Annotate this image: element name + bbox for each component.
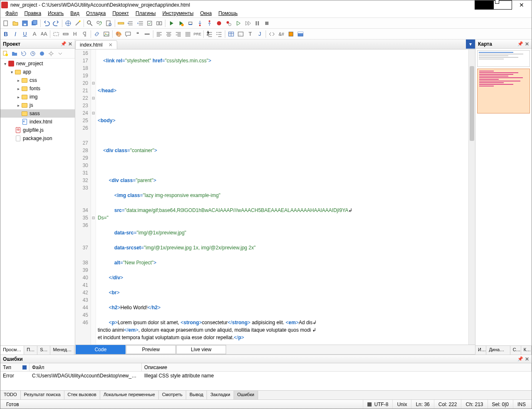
ftab-todo[interactable]: TODO xyxy=(0,391,21,399)
wand-button[interactable] xyxy=(73,19,82,28)
open-button[interactable] xyxy=(11,19,20,28)
ruler-button[interactable] xyxy=(116,19,126,28)
replace-button[interactable] xyxy=(95,19,104,28)
menu-search[interactable]: Искать xyxy=(44,10,67,17)
tree-folder-fonts[interactable]: ▸ fonts xyxy=(0,84,75,93)
errors-close-icon[interactable]: ✕ xyxy=(525,356,529,362)
task-button[interactable] xyxy=(145,19,154,28)
indent-button[interactable] xyxy=(126,19,135,28)
editor-tab-index[interactable]: index.html ✕ xyxy=(75,40,117,49)
ftab-bookmarks[interactable]: Закладки xyxy=(207,391,234,399)
pause-button[interactable] xyxy=(253,19,262,28)
step-over-button[interactable] xyxy=(186,19,195,28)
code-editor[interactable]: 1617181920212223242526272829303132333435… xyxy=(75,49,475,345)
status-ins[interactable]: INS xyxy=(513,400,530,409)
minimap[interactable] xyxy=(475,49,532,345)
image-button[interactable] xyxy=(102,30,111,39)
right-tab-3[interactable]: К… xyxy=(521,346,532,355)
browser-button[interactable] xyxy=(64,19,73,28)
left-tab-3[interactable]: Менед… xyxy=(50,346,74,355)
chat-button[interactable] xyxy=(123,30,133,39)
right-tab-0[interactable]: И… xyxy=(475,346,486,355)
font-button[interactable]: A xyxy=(30,30,39,39)
tree-folder-app[interactable]: ▾ app xyxy=(0,68,75,76)
div-button[interactable] xyxy=(52,30,61,39)
span-button[interactable] xyxy=(61,30,70,39)
right-tab-2[interactable]: С… xyxy=(510,346,521,355)
tab-filter-icon[interactable]: ▾ xyxy=(466,39,475,49)
link-button[interactable] xyxy=(92,30,101,39)
view-live-button[interactable]: Live view xyxy=(176,345,226,354)
step-into-button[interactable] xyxy=(195,19,204,28)
ftab-search[interactable]: Результат поиска xyxy=(21,391,64,399)
error-row[interactable]: Error C:\Users\WDAGUtilityAccount\Deskto… xyxy=(0,372,532,380)
close-button[interactable]: ✕ xyxy=(512,0,531,10)
ftab-stack[interactable]: Стек вызовов xyxy=(64,391,100,399)
breakpoints-button[interactable] xyxy=(224,19,233,28)
vertical-scrollbar[interactable] xyxy=(468,49,475,345)
col-file[interactable]: Файл xyxy=(30,363,142,371)
left-tab-preview[interactable]: Просм… xyxy=(0,346,24,355)
stop-button[interactable] xyxy=(262,19,271,28)
align-justify-button[interactable] xyxy=(183,30,192,39)
menu-window[interactable]: Окна xyxy=(197,10,215,17)
prj-world-icon[interactable] xyxy=(38,49,46,58)
ftab-locals[interactable]: Локальные переменные xyxy=(100,391,159,399)
menu-view[interactable]: Вид xyxy=(67,10,83,17)
left-tab-2[interactable]: S… xyxy=(37,346,50,355)
continue2-button[interactable] xyxy=(243,19,252,28)
font-size-button[interactable]: AA xyxy=(39,30,49,39)
ftab-watch[interactable]: Смотреть xyxy=(159,391,186,399)
tree-file-package[interactable]: package.json xyxy=(0,134,75,143)
close-panel-icon[interactable]: ✕ xyxy=(68,41,72,47)
view-code-button[interactable]: Code xyxy=(76,345,126,354)
search-button[interactable] xyxy=(85,19,94,28)
ftab-output[interactable]: Вывод xyxy=(186,391,207,399)
maximize-button[interactable] xyxy=(493,0,512,10)
col-type[interactable]: Тип xyxy=(0,363,30,371)
pre-button[interactable]: PRE xyxy=(193,30,202,39)
tree-file-gulpfile[interactable]: gulpfile.js xyxy=(0,126,75,134)
layout-button[interactable] xyxy=(296,30,305,39)
menu-edit[interactable]: Правка xyxy=(21,10,45,17)
tree-folder-css[interactable]: ▸ css xyxy=(0,76,75,84)
hr-button[interactable] xyxy=(143,30,152,39)
fold-strip[interactable]: ⊟⊟⊟⊟ xyxy=(91,49,96,345)
prj-refresh-icon[interactable] xyxy=(20,49,28,58)
tree-folder-img[interactable]: ▸ img xyxy=(0,93,75,101)
tree-folder-js[interactable]: ▸ js xyxy=(0,101,75,109)
map-pin-icon[interactable]: 📌 xyxy=(517,41,523,47)
text2-button[interactable]: T xyxy=(246,30,255,39)
project-tree[interactable]: ▾ new_project ▾ app ▸ css ▸ font xyxy=(0,59,75,345)
prj-open-icon[interactable] xyxy=(10,49,19,58)
view-preview-button[interactable]: Preview xyxy=(126,345,176,354)
entity-button[interactable]: &# xyxy=(277,30,286,39)
prj-settings-icon[interactable] xyxy=(47,49,55,58)
outdent-button[interactable] xyxy=(135,19,145,28)
col-desc[interactable]: Описание xyxy=(142,363,532,371)
underline-button[interactable]: U xyxy=(20,30,30,39)
right-tab-1[interactable]: Динамиче… xyxy=(486,346,510,355)
table-button[interactable] xyxy=(227,30,236,39)
task2-button[interactable] xyxy=(155,19,164,28)
list-ol-button[interactable]: 12 xyxy=(205,30,214,39)
breakpoint-button[interactable] xyxy=(214,19,224,28)
prj-more-icon[interactable] xyxy=(56,49,64,58)
step-out-button[interactable] xyxy=(205,19,214,28)
prj-sync-icon[interactable] xyxy=(29,49,37,58)
debug-button[interactable] xyxy=(176,19,185,28)
tag-button[interactable] xyxy=(267,30,276,39)
sort-icon[interactable] xyxy=(22,365,27,370)
pin-icon[interactable]: 📌 xyxy=(61,41,66,47)
map-close-icon[interactable]: ✕ xyxy=(525,41,529,47)
redo-button[interactable] xyxy=(52,19,61,28)
color2-button[interactable] xyxy=(286,30,296,39)
quote-button[interactable]: ❝ xyxy=(133,30,142,39)
form-button[interactable] xyxy=(236,30,245,39)
save-all-button[interactable] xyxy=(30,19,39,28)
menu-plugins[interactable]: Плагины xyxy=(132,10,159,17)
code-area[interactable]: <link rel="stylesheet" href="css/styles.… xyxy=(96,49,468,345)
list-ul-button[interactable] xyxy=(214,30,224,39)
align-right-button[interactable] xyxy=(174,30,183,39)
menu-debug[interactable]: Отладка xyxy=(83,10,109,17)
